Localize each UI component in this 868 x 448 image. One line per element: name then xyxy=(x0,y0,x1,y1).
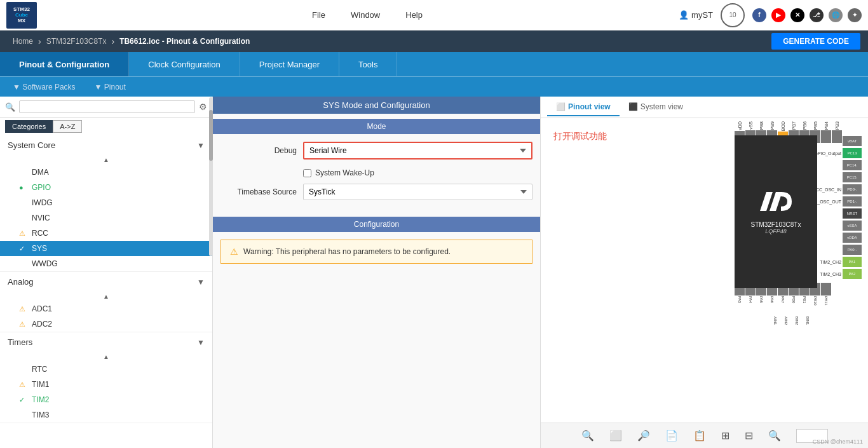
breadcrumb-current[interactable]: TB6612.ioc - Pinout & Configuration xyxy=(114,37,255,46)
scroll-up-analog[interactable]: ▲ xyxy=(0,292,212,301)
sys-check-icon: ✓ xyxy=(19,245,28,253)
rcc-label: RCC xyxy=(32,229,48,238)
zoom-out-icon[interactable]: 🔎 xyxy=(637,430,650,442)
categories-button[interactable]: Categories xyxy=(5,120,53,133)
debug-row: Debug Serial Wire xyxy=(220,142,532,160)
tab-bar: Pinout & Configuration Clock Configurati… xyxy=(0,52,868,76)
iwdg-label: IWDG xyxy=(32,198,53,207)
adc1-label: ADC1 xyxy=(32,304,52,313)
generate-code-button[interactable]: GENERATE CODE xyxy=(771,33,860,50)
tab-system-view[interactable]: ⬛ System view xyxy=(620,98,692,116)
sidebar-gear-icon[interactable]: ⚙ xyxy=(199,102,207,112)
sub-tab-software-packs[interactable]: ▼ Software Packs xyxy=(13,83,76,92)
tab-tools[interactable]: Tools xyxy=(339,52,397,76)
sidebar-item-adc2[interactable]: ⚠ ADC2 xyxy=(0,316,212,332)
search-icon: 🔍 xyxy=(5,102,15,112)
analog-section: Analog ▼ ▲ ⚠ ADC1 ⚠ ADC2 xyxy=(0,272,212,332)
tim1-label: TIM1 xyxy=(32,380,49,389)
az-button[interactable]: A->Z xyxy=(53,120,82,133)
category-buttons: Categories A->Z xyxy=(0,118,212,135)
sidebar-item-iwdg[interactable]: IWDG xyxy=(0,195,212,210)
grid-icon[interactable]: ⊟ xyxy=(745,430,753,442)
tim2-label: TIM2 xyxy=(32,395,49,404)
sidebar: 🔍 ⚙ Categories A->Z System Core ▼ ▲ DMA … xyxy=(0,97,213,448)
wwdg-label: WWDG xyxy=(32,259,58,268)
myst-button[interactable]: 👤 myST xyxy=(679,10,713,20)
menu-window[interactable]: Window xyxy=(351,10,380,20)
youtube-icon[interactable]: ▶ xyxy=(771,8,785,22)
sidebar-scrollbar-thumb[interactable] xyxy=(209,110,213,161)
main-content: 🔍 ⚙ Categories A->Z System Core ▼ ▲ DMA … xyxy=(0,97,868,448)
chip-body: STM32F103C8Tx LQFP48 xyxy=(735,135,817,288)
split-icon[interactable]: ⊞ xyxy=(721,430,729,442)
breadcrumb: Home › STM32F103C8Tx › TB6612.ioc - Pino… xyxy=(0,31,868,52)
tab-project[interactable]: Project Manager xyxy=(240,52,339,76)
pinout-area: 打开调试功能 vDD vSS PB8 xyxy=(541,118,868,448)
tab-clock[interactable]: Clock Configuration xyxy=(129,52,240,76)
menu-items: File Window Help xyxy=(56,10,679,20)
sidebar-item-gpio[interactable]: ● GPIO xyxy=(0,180,212,195)
nvic-label: NVIC xyxy=(32,214,50,222)
wiki-icon[interactable]: 🌐 xyxy=(829,8,843,22)
breadcrumb-home[interactable]: Home xyxy=(8,37,38,46)
right-panel: ⬜ Pinout view ⬛ System view 打开调试功能 vDD xyxy=(541,97,868,448)
social-icons: f ▶ ✕ ⎇ 🌐 ✦ xyxy=(752,8,862,22)
scroll-up-system-core[interactable]: ▲ xyxy=(0,155,212,165)
timers-header[interactable]: Timers ▼ xyxy=(0,332,212,352)
user-icon: 👤 xyxy=(679,10,689,20)
facebook-icon[interactable]: f xyxy=(752,8,766,22)
breadcrumb-device[interactable]: STM32F103C8Tx xyxy=(41,37,112,46)
debug-label: Debug xyxy=(220,146,297,155)
scroll-up-timers[interactable]: ▲ xyxy=(0,352,212,362)
center-panel: SYS Mode and Configuration Mode Debug Se… xyxy=(213,97,541,448)
adc2-warn-icon: ⚠ xyxy=(19,320,28,329)
sidebar-item-rtc[interactable]: RTC xyxy=(0,362,212,377)
search-zoom-icon[interactable]: 🔍 xyxy=(768,430,781,442)
analog-header[interactable]: Analog ▼ xyxy=(0,272,212,292)
tim2-check-icon: ✓ xyxy=(19,396,28,404)
gpio-status-icon: ● xyxy=(19,184,28,191)
timebase-row: Timebase Source SysTick xyxy=(220,184,532,200)
sub-tab-pinout[interactable]: ▼ Pinout xyxy=(95,83,126,92)
timebase-select[interactable]: SysTick xyxy=(303,184,532,200)
sidebar-item-tim3[interactable]: TIM3 xyxy=(0,407,212,423)
mode-form: Debug Serial Wire System Wake-Up Timebas… xyxy=(213,134,540,217)
system-core-header[interactable]: System Core ▼ xyxy=(0,135,212,155)
rcc-warn-icon: ⚠ xyxy=(19,229,28,238)
menu-file[interactable]: File xyxy=(312,10,325,20)
sidebar-item-tim2[interactable]: ✓ TIM2 xyxy=(0,392,212,407)
menu-help[interactable]: Help xyxy=(405,10,423,20)
zoom-in-icon[interactable]: 🔍 xyxy=(581,430,594,442)
sidebar-item-dma[interactable]: DMA xyxy=(0,165,212,180)
copy-icon[interactable]: 📋 xyxy=(693,430,706,442)
search-input[interactable] xyxy=(19,100,195,113)
export-icon[interactable]: 📄 xyxy=(665,430,678,442)
sidebar-item-adc1[interactable]: ⚠ ADC1 xyxy=(0,301,212,316)
sidebar-item-sys[interactable]: ✓ SYS xyxy=(0,241,212,256)
tab-pinout[interactable]: Pinout & Configuration xyxy=(0,52,129,76)
sidebar-search-bar: 🔍 ⚙ xyxy=(0,97,212,118)
sidebar-item-rcc[interactable]: ⚠ RCC xyxy=(0,226,212,241)
sidebar-item-nvic[interactable]: NVIC xyxy=(0,210,212,226)
logo-area: STM32 Cube MX xyxy=(6,2,37,29)
star-icon[interactable]: ✦ xyxy=(848,8,862,22)
warning-box: ⚠ Warning: This peripheral has no parame… xyxy=(220,240,532,264)
timers-section: Timers ▼ ▲ RTC ⚠ TIM1 ✓ TIM2 TIM3 xyxy=(0,332,212,423)
sidebar-scrollbar-track xyxy=(209,97,213,256)
twitter-icon[interactable]: ✕ xyxy=(790,8,804,22)
github-icon[interactable]: ⎇ xyxy=(810,8,824,22)
debug-select[interactable]: Serial Wire xyxy=(303,142,532,160)
sys-mode-header: SYS Mode and Configuration xyxy=(213,97,540,114)
view-tabs: ⬜ Pinout view ⬛ System view xyxy=(541,97,868,118)
settings-icon[interactable]: 10 xyxy=(721,3,745,27)
tab-pinout-view[interactable]: ⬜ Pinout view xyxy=(547,98,620,116)
wake-up-checkbox[interactable] xyxy=(303,169,311,177)
sidebar-item-tim1[interactable]: ⚠ TIM1 xyxy=(0,377,212,392)
sidebar-item-wwdg[interactable]: WWDG xyxy=(0,256,212,271)
collapse-arrow-timers: ▼ xyxy=(197,338,205,347)
pinout-view-icon: ⬜ xyxy=(556,102,566,111)
timers-label: Timers xyxy=(8,337,32,347)
fit-icon[interactable]: ⬜ xyxy=(609,430,622,442)
chip-logo-text xyxy=(757,189,795,219)
adc1-warn-icon: ⚠ xyxy=(19,305,28,313)
